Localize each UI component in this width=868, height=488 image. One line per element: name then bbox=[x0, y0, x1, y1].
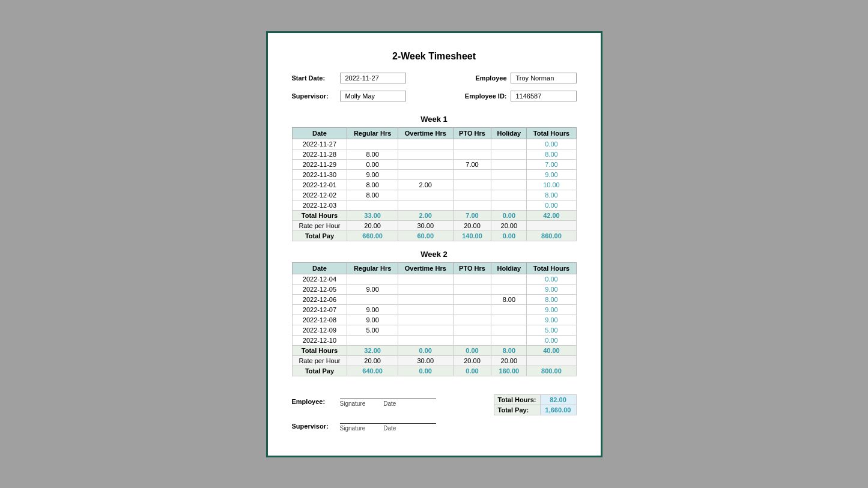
table-row: 2022-12-018.002.0010.00 bbox=[292, 179, 576, 190]
table-cell: 8.00 bbox=[491, 294, 527, 304]
total-cell: 0.00 bbox=[491, 210, 527, 220]
table-cell: 10.00 bbox=[527, 179, 576, 190]
total-hours-row: Total Hours: 82.00 bbox=[494, 394, 576, 405]
rate-cell: 30.00 bbox=[398, 355, 453, 366]
total-hours-row: Total Hours32.000.000.008.0040.00 bbox=[292, 345, 576, 355]
table-cell: 9.00 bbox=[527, 304, 576, 315]
table-cell: 2022-12-10 bbox=[292, 335, 347, 345]
table-cell: 2.00 bbox=[398, 179, 453, 190]
supervisor-sig-row: Supervisor: Signature Date bbox=[292, 413, 482, 432]
week1-table: Date Regular Hrs Overtime Hrs PTO Hrs Ho… bbox=[292, 127, 577, 241]
pay-cell: 140.00 bbox=[453, 230, 491, 241]
table-cell bbox=[347, 335, 398, 345]
table-cell bbox=[398, 159, 453, 169]
summary-box: Total Hours: 82.00 Total Pay: 1,660.00 bbox=[494, 394, 577, 415]
supervisor-sig-line bbox=[340, 413, 436, 424]
total-cell: 8.00 bbox=[491, 345, 527, 355]
table-cell: 2022-11-29 bbox=[292, 159, 347, 169]
week1-header-overtime: Overtime Hrs bbox=[398, 127, 453, 139]
rate-cell bbox=[527, 220, 576, 230]
total-cell: 32.00 bbox=[347, 345, 398, 355]
rate-cell bbox=[527, 355, 576, 366]
table-cell: 2022-12-04 bbox=[292, 274, 347, 284]
table-cell bbox=[398, 200, 453, 210]
employee-signature-text: Signature bbox=[340, 400, 366, 407]
table-row: 2022-12-030.00 bbox=[292, 200, 576, 210]
pay-row: Total Pay660.0060.00140.000.00860.00 bbox=[292, 230, 576, 241]
total-hours-row: Total Hours33.002.007.000.0042.00 bbox=[292, 210, 576, 220]
table-cell bbox=[453, 200, 491, 210]
start-date-value: 2022-11-27 bbox=[340, 73, 406, 83]
table-cell bbox=[453, 315, 491, 325]
table-row: 2022-12-100.00 bbox=[292, 335, 576, 345]
week1-header-total: Total Hours bbox=[527, 127, 576, 139]
table-cell bbox=[453, 335, 491, 345]
table-cell bbox=[398, 190, 453, 200]
rate-cell: 20.00 bbox=[453, 220, 491, 230]
table-cell: 2022-12-07 bbox=[292, 304, 347, 315]
table-row: 2022-12-079.009.00 bbox=[292, 304, 576, 315]
table-cell: 8.00 bbox=[347, 179, 398, 190]
table-cell bbox=[491, 335, 527, 345]
table-cell: 9.00 bbox=[347, 304, 398, 315]
week1-header-holiday: Holiday bbox=[491, 127, 527, 139]
employee-sig-sub: Signature Date bbox=[340, 400, 436, 407]
table-cell: 0.00 bbox=[527, 335, 576, 345]
rate-cell: 20.00 bbox=[491, 355, 527, 366]
total-cell: 33.00 bbox=[347, 210, 398, 220]
table-cell: 2022-12-01 bbox=[292, 179, 347, 190]
table-cell bbox=[491, 169, 527, 179]
pay-cell: 800.00 bbox=[527, 366, 576, 376]
week1-header-regular: Regular Hrs bbox=[347, 127, 398, 139]
table-cell: 2022-12-05 bbox=[292, 284, 347, 294]
table-cell: 2022-12-06 bbox=[292, 294, 347, 304]
table-cell bbox=[398, 335, 453, 345]
pay-row: Total Pay640.000.000.00160.00800.00 bbox=[292, 366, 576, 376]
table-cell: 7.00 bbox=[453, 159, 491, 169]
table-cell bbox=[347, 274, 398, 284]
table-cell: 2022-11-28 bbox=[292, 149, 347, 159]
total-hours-label: Total Hours: bbox=[494, 394, 540, 405]
employee-id-label: Employee ID: bbox=[465, 92, 507, 100]
table-cell: 8.00 bbox=[527, 149, 576, 159]
signatures-section: Employee: Signature Date Supervisor: Sig… bbox=[292, 388, 482, 438]
table-cell bbox=[491, 274, 527, 284]
supervisor-sig-label: Supervisor: bbox=[292, 413, 340, 430]
table-cell: 9.00 bbox=[347, 169, 398, 179]
table-cell bbox=[491, 200, 527, 210]
rate-cell: 30.00 bbox=[398, 220, 453, 230]
table-cell: 8.00 bbox=[347, 149, 398, 159]
week2-header-holiday: Holdiay bbox=[491, 262, 527, 274]
table-cell: 9.00 bbox=[527, 315, 576, 325]
table-cell: 2022-12-03 bbox=[292, 200, 347, 210]
pay-cell: 60.00 bbox=[398, 230, 453, 241]
employee-value: Troy Norman bbox=[511, 73, 577, 83]
table-cell bbox=[491, 139, 527, 149]
employee-sig-label: Employee: bbox=[292, 388, 340, 405]
timesheet-page: 2-Week Timesheet Start Date: 2022-11-27 … bbox=[266, 31, 602, 457]
supervisor-sig-sub: Signature Date bbox=[340, 425, 436, 432]
table-row: 2022-12-059.009.00 bbox=[292, 284, 576, 294]
week1-header-date: Date bbox=[292, 127, 347, 139]
table-row: 2022-11-270.00 bbox=[292, 139, 576, 149]
table-cell bbox=[491, 304, 527, 315]
total-cell: 40.00 bbox=[527, 345, 576, 355]
pay-cell: 640.00 bbox=[347, 366, 398, 376]
total-cell: 7.00 bbox=[453, 210, 491, 220]
table-cell: 2022-11-27 bbox=[292, 139, 347, 149]
table-cell bbox=[491, 315, 527, 325]
employee-sig-block: Signature Date bbox=[340, 388, 436, 407]
table-cell: 0.00 bbox=[527, 274, 576, 284]
table-cell bbox=[491, 179, 527, 190]
table-cell bbox=[398, 315, 453, 325]
rate-cell: 20.00 bbox=[453, 355, 491, 366]
week1-title: Week 1 bbox=[292, 115, 577, 124]
table-cell bbox=[398, 149, 453, 159]
table-cell bbox=[398, 325, 453, 335]
table-cell bbox=[453, 284, 491, 294]
table-cell: 2022-12-09 bbox=[292, 325, 347, 335]
table-cell bbox=[453, 304, 491, 315]
pay-cell: Total Pay bbox=[292, 230, 347, 241]
table-cell: 9.00 bbox=[347, 315, 398, 325]
week2-header-total: Total Hours bbox=[527, 262, 576, 274]
